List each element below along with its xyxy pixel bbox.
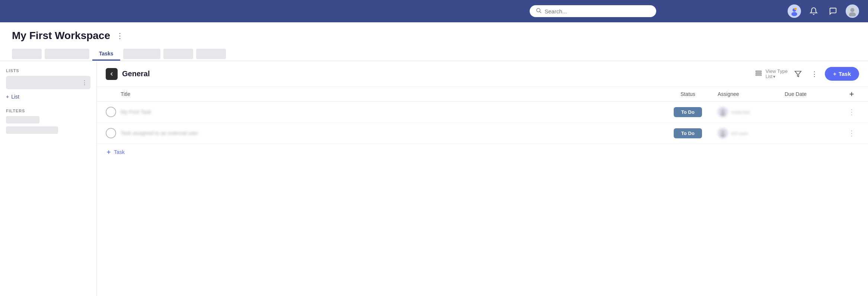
svg-point-5 bbox=[794, 8, 797, 10]
sidebar-list-item[interactable]: ⋮ bbox=[6, 76, 90, 89]
assignee-avatar-1 bbox=[718, 107, 728, 117]
svg-point-15 bbox=[722, 110, 724, 112]
tab-placeholder-4[interactable] bbox=[123, 49, 160, 59]
view-type-icon bbox=[754, 70, 763, 78]
svg-point-17 bbox=[722, 131, 724, 133]
search-icon bbox=[536, 7, 542, 15]
general-header: General View Type List ▾ bbox=[97, 61, 868, 87]
view-type-text: View Type List ▾ bbox=[766, 68, 788, 80]
task-row-menu-1[interactable]: ⋮ bbox=[844, 107, 859, 116]
general-panel: General View Type List ▾ bbox=[97, 61, 868, 296]
workspace-title-row: My First Workspace ⋮ bbox=[12, 30, 856, 42]
task-checkbox-1[interactable] bbox=[106, 107, 116, 117]
add-list-plus-icon: + bbox=[6, 94, 9, 100]
svg-point-18 bbox=[721, 134, 725, 137]
more-options-button[interactable]: ⋮ bbox=[808, 68, 820, 80]
task-table: Title Status Assignee Due Date My First … bbox=[97, 87, 868, 160]
add-task-plus-icon: + bbox=[833, 71, 836, 77]
main-layout: LISTS ⋮ + List FILTERS General bbox=[0, 61, 868, 296]
task-status-1[interactable]: To Do bbox=[658, 107, 718, 117]
task-title-1[interactable]: My First Task bbox=[121, 109, 658, 115]
tab-placeholder-1[interactable] bbox=[12, 49, 42, 59]
add-task-inline-button[interactable]: Task bbox=[106, 149, 125, 155]
general-title: General bbox=[122, 70, 750, 78]
col-status-header: Status bbox=[658, 91, 718, 97]
search-bar-container bbox=[398, 5, 788, 17]
search-input[interactable] bbox=[545, 8, 650, 15]
filter-placeholder-1 bbox=[6, 116, 39, 123]
col-assignee-header: Assignee bbox=[718, 91, 785, 97]
svg-rect-11 bbox=[756, 75, 761, 76]
tab-placeholder-6[interactable] bbox=[196, 49, 226, 59]
svg-marker-12 bbox=[795, 71, 801, 77]
lists-section-label: LISTS bbox=[6, 68, 90, 73]
table-header: Title Status Assignee Due Date bbox=[97, 87, 868, 102]
svg-rect-10 bbox=[756, 73, 761, 74]
svg-line-1 bbox=[540, 12, 541, 13]
svg-point-7 bbox=[851, 8, 855, 12]
add-list-button[interactable]: + List bbox=[6, 92, 90, 101]
add-task-row: Task bbox=[97, 144, 868, 160]
notifications-icon[interactable] bbox=[807, 4, 820, 18]
nav-icons bbox=[788, 4, 859, 18]
task-row-menu-2[interactable]: ⋮ bbox=[844, 129, 859, 138]
filter-placeholder-2 bbox=[6, 126, 58, 134]
top-nav bbox=[0, 0, 868, 22]
tabs-row: Tasks bbox=[12, 48, 856, 61]
tab-placeholder-2[interactable] bbox=[45, 49, 89, 59]
workspace-title: My First Workspace bbox=[12, 30, 110, 42]
col-title-header: Title bbox=[121, 91, 658, 97]
filters-section-label: FILTERS bbox=[6, 109, 90, 113]
task-status-2[interactable]: To Do bbox=[658, 128, 718, 138]
content-area: General View Type List ▾ bbox=[97, 61, 868, 296]
svg-point-4 bbox=[791, 12, 797, 16]
task-assignee-2[interactable]: ext user bbox=[718, 128, 785, 138]
svg-point-16 bbox=[721, 113, 725, 116]
table-row: My First Task To Do redacted bbox=[97, 102, 868, 123]
table-row: Task assigned to an external user To Do … bbox=[97, 123, 868, 144]
assignee-avatar-2 bbox=[718, 128, 728, 138]
task-checkbox-2[interactable] bbox=[106, 128, 116, 138]
workspace-menu-icon[interactable]: ⋮ bbox=[114, 30, 126, 41]
more-dots-icon: ⋮ bbox=[811, 70, 818, 78]
messages-icon[interactable] bbox=[826, 4, 840, 18]
filter-button[interactable] bbox=[792, 68, 804, 80]
user-avatar-special[interactable] bbox=[788, 4, 801, 18]
svg-rect-9 bbox=[756, 71, 761, 72]
search-bar[interactable] bbox=[530, 5, 656, 17]
svg-point-0 bbox=[537, 9, 540, 12]
add-task-header-button[interactable]: + Task bbox=[825, 67, 859, 81]
task-assignee-1[interactable]: redacted bbox=[718, 107, 785, 117]
view-type-button[interactable]: View Type List ▾ bbox=[754, 68, 788, 80]
tab-placeholder-5[interactable] bbox=[163, 49, 193, 59]
sidebar: LISTS ⋮ + List FILTERS bbox=[0, 61, 97, 296]
task-title-2[interactable]: Task assigned to an external user bbox=[121, 130, 658, 136]
user-avatar[interactable] bbox=[846, 4, 859, 18]
tab-tasks[interactable]: Tasks bbox=[92, 48, 120, 61]
col-add-header[interactable] bbox=[844, 91, 859, 97]
col-duedate-header: Due Date bbox=[785, 91, 844, 97]
page-header: My First Workspace ⋮ Tasks bbox=[0, 22, 868, 61]
back-icon[interactable] bbox=[106, 68, 118, 80]
list-item-menu-icon[interactable]: ⋮ bbox=[82, 79, 87, 86]
